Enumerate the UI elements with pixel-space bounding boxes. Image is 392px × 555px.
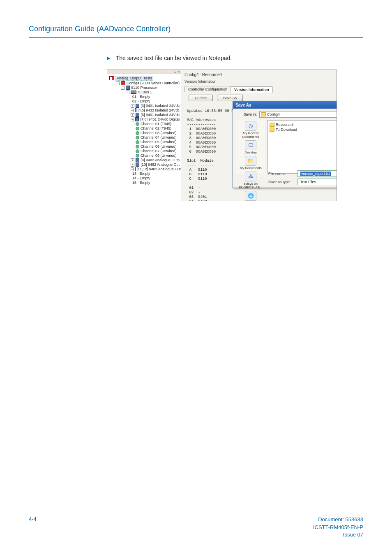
tree-item-row[interactable]: 01 - Empty: [108, 95, 180, 99]
tree-item-row[interactable]: Channel 03 (Unwired): [108, 131, 180, 135]
tree-item-row[interactable]: +[3] 9401 Isolated 24Vdc: [108, 104, 180, 108]
expand-icon[interactable]: +: [131, 118, 134, 121]
save-as-button[interactable]: Save As: [217, 95, 243, 101]
file-list-area[interactable]: Resource4 To Download: [267, 120, 337, 174]
expand-icon[interactable]: +: [131, 113, 134, 117]
netshare-icon: 🖧: [245, 172, 256, 181]
tab-version-information[interactable]: Version Information: [231, 86, 273, 93]
bullet-text: The saved text file can be viewed in Not…: [116, 55, 232, 61]
tree-item-row[interactable]: +[11,12] 9482 Analogue Out: [108, 167, 180, 172]
tree-item-row[interactable]: 14 - Empty: [108, 176, 180, 181]
tree-item-row[interactable]: +[7,8] 9451 24Vdc Digital: [108, 117, 180, 122]
tree-item-row[interactable]: +[4,5] 9432 Isolated 24Vdc: [108, 108, 180, 113]
place-share[interactable]: 🖧estsys on EUGBICSLAB...: [236, 172, 265, 189]
folder-entry[interactable]: To Download: [270, 127, 337, 132]
mac-header: MAC Addresses: [187, 118, 216, 122]
expand-icon[interactable]: -: [126, 91, 129, 94]
bullet-icon: ▶: [107, 56, 110, 60]
tree-item-label: [11,12] 9482 Analogue Out: [137, 167, 181, 171]
place-recent[interactable]: ◷My Recent Documents: [236, 121, 265, 139]
channel-icon: [136, 140, 139, 144]
places-bar: ◷My Recent Documents 🖵Desktop 📁My Docume…: [236, 120, 265, 174]
tree-panel-titlebar: ▭ ✕: [107, 70, 181, 74]
config-breadcrumb: Config4 : Resource4: [184, 72, 334, 79]
tree-item-row[interactable]: 15 - Empty: [108, 181, 180, 185]
place-desktop-label: Desktop: [244, 151, 256, 154]
tree-processor-row[interactable]: - 9110 Processor: [108, 86, 180, 90]
savetype-combo[interactable]: Text Files ▾: [297, 179, 337, 185]
doc-number: Document: 553633: [313, 516, 363, 523]
tree-item-row[interactable]: 02 - Empty: [108, 99, 180, 104]
page-header-title: Configuration Guide (AADvance Controller…: [29, 25, 363, 37]
tree-item-row[interactable]: Channel 07 (Unwired): [108, 149, 180, 153]
folder-entry-label: To Download: [276, 128, 297, 132]
tree-item-row[interactable]: +[6] 9401 Isolated 24Vdc: [108, 113, 180, 117]
savetype-label: Save as type:: [268, 180, 295, 184]
tree-item-label: Channel 05 (Unwired): [141, 140, 177, 144]
page-number: 4-4: [29, 516, 37, 539]
tree-item-row[interactable]: Channel 02 (T945): [108, 126, 180, 131]
tree-item-row[interactable]: 13 - Empty: [108, 172, 180, 176]
project-icon: [109, 76, 114, 80]
expand-icon[interactable]: +: [131, 163, 134, 167]
desktop-icon: 🖵: [245, 140, 256, 150]
dialog-titlebar[interactable]: Save As ? ✕: [233, 101, 337, 109]
folder-icon: [270, 128, 274, 132]
tree-item-label: [6] 9401 Isolated 24Vdc: [141, 113, 180, 117]
mydocs-icon: 📁: [245, 156, 256, 166]
tree-item-label: Channel 04 (Unwired): [141, 135, 177, 139]
savein-combo[interactable]: Config4 ▾: [259, 111, 337, 118]
folder-icon: [261, 112, 266, 116]
expand-icon[interactable]: +: [131, 167, 134, 171]
tree-root-row[interactable]: Analog_Output_Tests: [108, 75, 180, 81]
tree-item-label: [9] 9482 Analogue Outp: [141, 158, 180, 162]
place-mydocs[interactable]: 📁My Documents: [240, 156, 261, 170]
tree-iobus-row[interactable]: - IO Bus 1: [108, 90, 180, 95]
tree-controller-label: Config4 (9000 Series Controller): [127, 81, 180, 85]
place-mydocs-label: My Documents: [240, 166, 261, 170]
update-button[interactable]: Update: [189, 95, 213, 101]
tree-item-label: Channel 06 (Unwired): [141, 144, 177, 149]
tree-item-row[interactable]: Channel 01 (T945): [108, 122, 180, 126]
config-tabs: Controller Configuration Version Informa…: [184, 86, 334, 92]
tree-processor-label: 9110 Processor: [131, 86, 157, 90]
recent-icon: ◷: [245, 121, 256, 131]
tab-controller-configuration[interactable]: Controller Configuration: [184, 86, 231, 92]
tree-item-label: 13 - Empty: [132, 172, 150, 176]
tree-item-row[interactable]: +[10] 9482 Analogue Out: [108, 163, 180, 167]
doc-issue: Issue 07: [313, 531, 363, 539]
channel-icon: [136, 127, 139, 130]
processor-icon: [126, 86, 130, 90]
tree-item-label: Channel 02 (T945): [141, 126, 171, 130]
folder-entry-label: Resource4: [276, 123, 294, 127]
tree-item-row[interactable]: Channel 04 (Unwired): [108, 135, 180, 140]
expand-icon[interactable]: +: [131, 158, 134, 162]
tree-item-row[interactable]: Channel 08 (Unwired): [108, 153, 180, 158]
filename-value: version_report.txt: [300, 172, 331, 176]
project-tree-panel: ▭ ✕ Analog_Output_Tests - Config4 (9000 …: [107, 70, 181, 201]
tree-item-row[interactable]: +[9] 9482 Analogue Outp: [108, 158, 180, 163]
savein-value: Config4: [267, 112, 280, 116]
expand-icon[interactable]: +: [131, 104, 134, 108]
tree-item-label: Channel 08 (Unwired): [141, 153, 177, 158]
network-icon: 🌐: [245, 191, 256, 201]
place-network[interactable]: 🌐My Network Places: [237, 191, 265, 201]
place-desktop[interactable]: 🖵Desktop: [244, 140, 256, 154]
filename-field[interactable]: version_report.txt ▾: [297, 170, 337, 177]
expand-icon[interactable]: +: [131, 109, 134, 112]
tree-item-label: 14 - Empty: [132, 176, 150, 180]
doc-code: ICSTT-RM405f-EN-P: [313, 524, 363, 531]
channel-icon: [136, 122, 139, 126]
tree-item-row[interactable]: Channel 05 (Unwired): [108, 140, 180, 144]
module-icon: [135, 167, 136, 171]
tree-item-label: 01 - Empty: [132, 95, 150, 99]
expand-icon[interactable]: -: [121, 86, 125, 90]
tree-item-label: [10] 9482 Analogue Out: [141, 163, 180, 167]
tree-controller-row[interactable]: - Config4 (9000 Series Controller): [108, 81, 180, 86]
tree-item-label: [4,5] 9432 Isolated 24Vdc: [138, 108, 180, 112]
folder-entry[interactable]: Resource4: [270, 122, 337, 127]
expand-icon[interactable]: -: [116, 81, 120, 85]
module-icon: [135, 117, 139, 121]
controller-icon: [121, 81, 125, 85]
tree-item-row[interactable]: Channel 06 (Unwired): [108, 144, 180, 149]
